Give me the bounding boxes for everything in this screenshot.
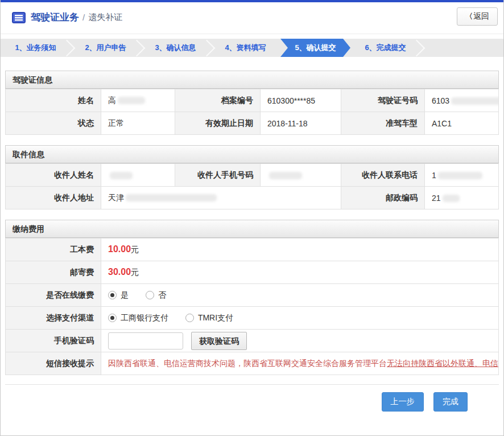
payment-channel-label: 选择支付渠道 [6, 307, 101, 330]
back-button[interactable]: 〈返回 [457, 7, 498, 26]
redacted-mask [126, 194, 217, 201]
table-row: 手机验证码 获取验证码 [6, 330, 499, 352]
page-header: 驾驶证业务 / 遗失补证 〈返回 [1, 2, 503, 34]
postal-code-label: 邮政编码 [341, 187, 425, 209]
step-tab-complete-submit[interactable]: 6、完成提交 [350, 39, 420, 57]
radio-unchecked-icon[interactable] [185, 314, 194, 322]
license-service-page: 驾驶证业务 / 遗失补证 〈返回 1、业务须知 2、用户申告 3、确认信息 4、… [0, 0, 504, 436]
warning-text-underlined: 无法向持陕西省以外联通、电信手机号码的用户发送短信, [387, 359, 499, 368]
step-tab-fill-materials[interactable]: 4、资料填写 [210, 39, 280, 57]
radio-option-yes[interactable]: 是 [108, 290, 129, 301]
page-title: 驾驶证业务 [31, 11, 79, 24]
redacted-mask [269, 172, 302, 179]
warning-text-before: 因陕西省联通、电信运营商技术问题，陕西省互联网交通安全综合服务管理平台 [108, 359, 387, 368]
payment-channel-options: 工商银行支付 TMRI支付 [101, 307, 499, 330]
payment-section-title: 缴纳费用 [5, 220, 499, 238]
production-fee-amount: 10.00 [108, 244, 131, 254]
table-row: 状态 正常 有效期止日期 2018-11-18 准驾车型 A1C1 [6, 112, 499, 135]
redacted-mask [438, 172, 482, 179]
online-payment-options: 是 否 [101, 284, 499, 307]
license-no-label: 驾驶证号码 [341, 89, 425, 112]
sms-notice-text: 因陕西省联通、电信运营商技术问题，陕西省互联网交通安全综合服务管理平台无法向持陕… [101, 352, 499, 375]
license-info-section: 驾驶证信息 姓名 高 档案编号 610300****85 驾驶证号码 6103 … [5, 71, 499, 135]
table-row: 姓名 高 档案编号 610300****85 驾驶证号码 6103 [6, 89, 499, 112]
file-no-label: 档案编号 [175, 89, 261, 112]
table-row: 选择支付渠道 工商银行支付 TMRI支付 [6, 307, 499, 330]
delivery-info-table: 收件人姓名 收件人手机号码 收件人联系电话 1 收件人地址 天津 邮政编码 21 [5, 163, 499, 209]
license-info-section-title: 驾驶证信息 [5, 71, 499, 89]
main-content: 驾驶证信息 姓名 高 档案编号 610300****85 驾驶证号码 6103 … [1, 71, 503, 375]
radio-unchecked-icon[interactable] [146, 291, 154, 299]
production-fee-unit: 元 [131, 245, 139, 254]
payment-table: 工本费 10.00元 邮寄费 30.00元 是否在线缴费 是 否 选择支付渠道 [5, 238, 499, 375]
footer-actions: 上一步 完成 [5, 384, 499, 412]
previous-step-button[interactable]: 上一步 [382, 392, 424, 412]
postage-fee-value: 30.00元 [101, 261, 499, 284]
status-label: 状态 [6, 112, 101, 135]
back-button-label: 返回 [473, 11, 489, 20]
radio-checked-icon[interactable] [108, 314, 117, 322]
file-no-value: 610300****85 [261, 89, 341, 112]
recipient-address-label: 收件人地址 [6, 187, 101, 209]
recipient-mobile-label: 收件人手机号码 [175, 164, 261, 187]
postage-fee-unit: 元 [131, 268, 139, 277]
table-row: 短信接收提示 因陕西省联通、电信运营商技术问题，陕西省互联网交通安全综合服务管理… [6, 352, 499, 375]
radio-option-tmri[interactable]: TMRI支付 [185, 313, 233, 323]
name-label: 姓名 [6, 89, 101, 112]
delivery-info-section-title: 取件信息 [5, 145, 499, 163]
breadcrumb-separator: / [82, 13, 85, 22]
recipient-mobile-value [261, 164, 341, 187]
radio-checked-icon[interactable] [108, 291, 117, 299]
payment-section: 缴纳费用 工本费 10.00元 邮寄费 30.00元 是否在线缴费 是 否 [5, 220, 499, 375]
table-row: 收件人姓名 收件人手机号码 收件人联系电话 1 [6, 164, 499, 187]
valid-until-value: 2018-11-18 [261, 112, 341, 135]
step-tab-user-declaration[interactable]: 2、用户申告 [71, 39, 141, 57]
table-row: 是否在线缴费 是 否 [6, 284, 499, 307]
page-subtitle: 遗失补证 [88, 12, 122, 23]
step-tabs: 1、业务须知 2、用户申告 3、确认信息 4、资料填写 5、确认提交 6、完成提… [1, 39, 503, 57]
radio-option-no[interactable]: 否 [146, 290, 166, 301]
back-chevron-icon: 〈 [465, 12, 473, 20]
step-tab-confirm-info[interactable]: 3、确认信息 [141, 39, 210, 57]
vehicle-class-label: 准驾车型 [341, 112, 425, 135]
vehicle-class-value: A1C1 [425, 112, 499, 135]
license-no-value: 6103 [425, 89, 499, 112]
form-list-icon [12, 12, 26, 23]
table-row: 工本费 10.00元 [6, 238, 499, 261]
radio-option-icbc[interactable]: 工商银行支付 [108, 313, 168, 323]
delivery-info-section: 取件信息 收件人姓名 收件人手机号码 收件人联系电话 1 收件人地址 天津 邮政… [5, 145, 499, 209]
production-fee-value: 10.00元 [101, 238, 499, 261]
valid-until-label: 有效期止日期 [175, 112, 261, 135]
step-tab-business-notice[interactable]: 1、业务须知 [1, 39, 71, 57]
status-value: 正常 [101, 112, 175, 135]
redacted-mask [118, 97, 145, 104]
recipient-phone-label: 收件人联系电话 [341, 164, 425, 187]
postage-fee-amount: 30.00 [108, 267, 131, 277]
sms-notice-label: 短信接收提示 [6, 352, 101, 375]
redacted-mask [110, 172, 133, 179]
breadcrumb: 驾驶证业务 / 遗失补证 [12, 11, 494, 24]
postal-code-value: 21 [425, 187, 499, 209]
license-info-table: 姓名 高 档案编号 610300****85 驾驶证号码 6103 状态 正常 … [5, 89, 499, 135]
sms-code-input[interactable] [108, 332, 183, 349]
name-value: 高 [101, 89, 175, 112]
table-row: 邮寄费 30.00元 [6, 261, 499, 284]
recipient-phone-value: 1 [425, 164, 499, 187]
postage-fee-label: 邮寄费 [6, 261, 101, 284]
get-code-button[interactable]: 获取验证码 [191, 332, 247, 350]
sms-code-label: 手机验证码 [6, 330, 101, 352]
redacted-mask [451, 97, 498, 105]
recipient-address-value: 天津 [101, 187, 341, 209]
production-fee-label: 工本费 [6, 238, 101, 261]
redacted-mask [443, 195, 460, 202]
sms-code-field: 获取验证码 [101, 330, 499, 352]
online-payment-label: 是否在线缴费 [6, 284, 101, 307]
step-tab-confirm-submit[interactable]: 5、确认提交 [280, 39, 350, 57]
finish-button[interactable]: 完成 [433, 392, 468, 412]
recipient-name-label: 收件人姓名 [6, 164, 101, 187]
recipient-name-value [101, 164, 175, 187]
table-row: 收件人地址 天津 邮政编码 21 [6, 187, 499, 209]
